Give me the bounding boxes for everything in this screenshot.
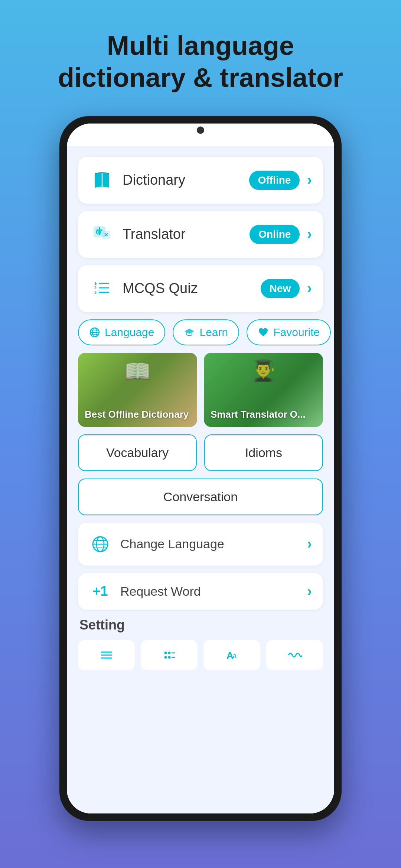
svg-point-26 (168, 651, 170, 654)
setting-header: Setting (78, 617, 323, 633)
phone-camera (197, 126, 204, 134)
dictionary-badge: Offline (249, 171, 300, 190)
learn-filter-btn[interactable]: Learn (173, 319, 239, 345)
change-language-card[interactable]: Change Language › (78, 523, 323, 566)
learn-filter-label: Learn (199, 326, 228, 339)
page-header: Multi language dictionary & translator (36, 30, 365, 94)
svg-text:3: 3 (94, 290, 97, 295)
smart-translator-banner[interactable]: 👨‍🎓 Smart Translator O... (204, 353, 323, 427)
app-content: Dictionary Offline › G ✕ (67, 146, 334, 813)
mcqs-chevron: › (307, 280, 312, 296)
svg-point-25 (164, 651, 167, 654)
translate-icon: G ✕ (89, 221, 115, 247)
svg-text:2: 2 (94, 286, 97, 290)
phone-device: Dictionary Offline › G ✕ (59, 116, 342, 821)
smart-translator-text: Smart Translator O... (211, 409, 319, 420)
language-filter-label: Language (105, 326, 154, 339)
book-icon (89, 167, 115, 193)
request-word-chevron: › (307, 583, 312, 599)
wave-setting-btn[interactable] (266, 640, 323, 670)
lines-icon (99, 648, 114, 662)
request-word-card[interactable]: +1 Request Word › (78, 573, 323, 610)
request-word-label: Request Word (120, 584, 298, 599)
translator-card[interactable]: G ✕ Translator Online › (78, 211, 323, 258)
conversation-btn[interactable]: Conversation (78, 479, 323, 515)
change-language-label: Change Language (120, 537, 298, 551)
svg-point-27 (164, 656, 167, 658)
dictionary-label: Dictionary (123, 172, 242, 188)
change-language-globe-icon (89, 533, 111, 555)
svg-text:1: 1 (94, 282, 97, 286)
wave-icon (287, 648, 302, 662)
list-icon: 1 2 3 (89, 276, 115, 302)
favourite-filter-label: Favourite (273, 326, 320, 339)
globe-icon (89, 327, 100, 338)
lines-setting-btn[interactable] (78, 640, 135, 670)
translator-chevron: › (307, 226, 312, 242)
svg-point-28 (168, 656, 170, 658)
change-language-chevron: › (307, 536, 312, 552)
translator-label: Translator (123, 226, 242, 242)
vocabulary-btn[interactable]: Vocabulary (78, 434, 197, 471)
mcqs-card[interactable]: 1 2 3 MCQS Quiz New › (78, 265, 323, 312)
idioms-btn[interactable]: Idioms (204, 434, 323, 471)
best-offline-text: Best Offline Dictionary (85, 409, 193, 420)
dictionary-chevron: › (307, 172, 312, 188)
action-row: Vocabulary Idioms (78, 434, 323, 471)
font-icon: A a (225, 648, 239, 662)
svg-marker-16 (185, 329, 194, 334)
mcqs-label: MCQS Quiz (123, 280, 253, 296)
title-line2: dictionary & translator (58, 63, 343, 92)
mcqs-badge: New (261, 279, 300, 298)
best-offline-banner[interactable]: 📖 Best Offline Dictionary (78, 353, 197, 427)
phone-screen: Dictionary Offline › G ✕ (67, 124, 334, 813)
dictionary-card[interactable]: Dictionary Offline › (78, 157, 323, 204)
filter-row: Language Learn Favourite (78, 319, 323, 345)
heart-icon (258, 327, 269, 338)
dots-setting-btn[interactable] (141, 640, 198, 670)
translator-badge: Online (250, 225, 300, 244)
plus-one-icon: +1 (89, 583, 111, 599)
title-line1: Multi language (107, 31, 294, 60)
favourite-filter-btn[interactable]: Favourite (247, 319, 331, 345)
banner-row: 📖 Best Offline Dictionary 👨‍🎓 Smart Tran… (78, 353, 323, 427)
dots-icon (162, 648, 177, 662)
bottom-icons-row: A a (78, 640, 323, 670)
svg-text:✕: ✕ (104, 232, 108, 238)
svg-text:a: a (233, 652, 237, 660)
mortarboard-icon (184, 327, 195, 338)
language-filter-btn[interactable]: Language (78, 319, 165, 345)
font-setting-btn[interactable]: A a (203, 640, 260, 670)
